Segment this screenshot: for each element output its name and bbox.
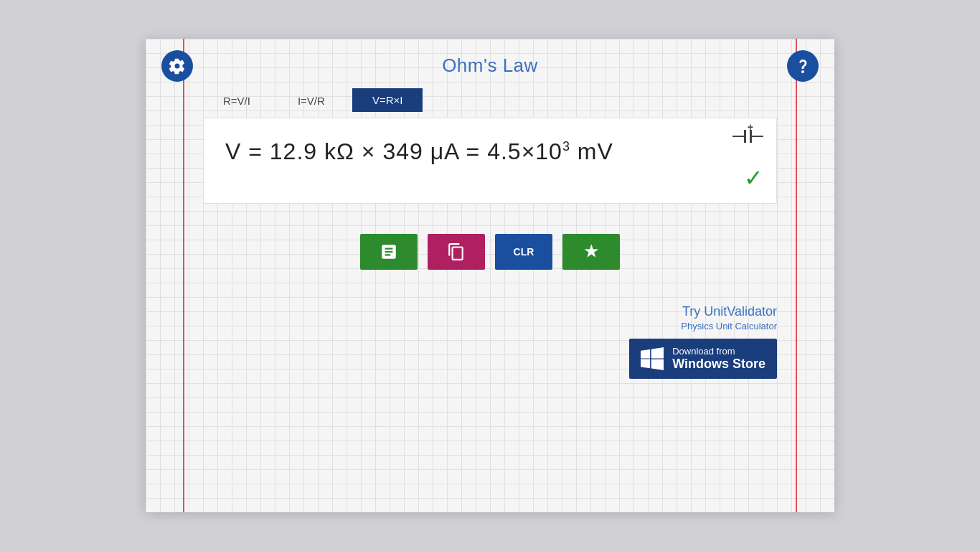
windows-store-button[interactable]: Download from Windows Store	[629, 339, 777, 379]
favorite-button[interactable]: ★	[562, 234, 620, 270]
app-container: Ohm's Law R=V/I I=V/R V=R×I V = 12.9 kΩ …	[146, 39, 834, 512]
promo-subtitle: Physics Unit Calculator	[681, 321, 777, 331]
formula-display: V = 12.9 kΩ × 349 μA = 4.5×103 mV	[225, 138, 755, 165]
cap-bar-left	[744, 130, 746, 143]
copy-button[interactable]	[428, 234, 485, 270]
help-icon	[794, 57, 811, 75]
copy-icon	[447, 242, 466, 261]
promo-area: Try UnitValidator Physics Unit Calculato…	[146, 304, 834, 379]
tab-v-equals-r-times-i[interactable]: V=R×I	[352, 88, 423, 112]
help-button[interactable]	[787, 50, 819, 82]
promo-title: Try UnitValidator	[682, 304, 777, 319]
calculator-button[interactable]	[360, 234, 418, 270]
tab-r-equals-v-over-i[interactable]: R=V/I	[203, 90, 270, 112]
gear-icon	[169, 57, 186, 75]
cap-plates: +	[744, 130, 752, 143]
tab-i-equals-v-over-r[interactable]: I=V/R	[278, 90, 345, 112]
star-icon: ★	[584, 242, 598, 261]
store-text: Download from Windows Store	[672, 346, 765, 372]
header: Ohm's Law	[146, 39, 834, 88]
store-line2: Windows Store	[672, 357, 765, 372]
action-buttons: CLR ★	[146, 234, 834, 270]
cap-wire-right	[752, 136, 763, 137]
settings-button[interactable]	[161, 50, 193, 82]
clear-button[interactable]: CLR	[495, 234, 552, 270]
calculator-icon	[380, 242, 398, 261]
cap-wire-left	[732, 136, 744, 137]
store-line1: Download from	[672, 346, 735, 357]
plus-sign: +	[748, 121, 753, 133]
formula-card: V = 12.9 kΩ × 349 μA = 4.5×103 mV + ✓	[203, 118, 777, 204]
card-icons: + ✓	[732, 130, 763, 192]
tabs-area: R=V/I I=V/R V=R×I	[146, 88, 834, 112]
windows-logo-icon	[641, 347, 664, 370]
app-title: Ohm's Law	[167, 55, 813, 77]
checkmark-icon[interactable]: ✓	[744, 164, 763, 192]
capacitor-icon: +	[732, 130, 763, 143]
